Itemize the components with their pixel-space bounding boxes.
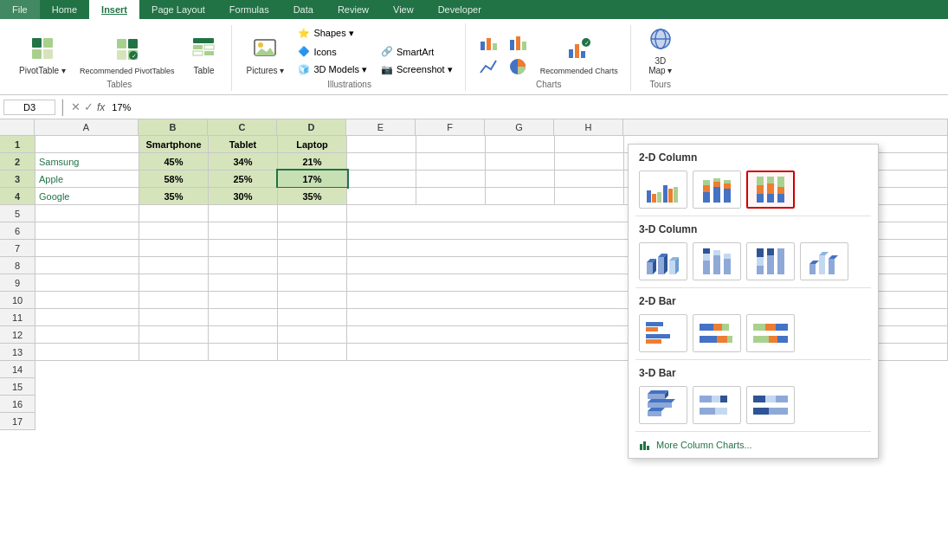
cell-h3[interactable] [555,171,624,187]
smartart-button[interactable]: 🔗 SmartArt [376,43,458,60]
cell-d2[interactable]: 21% [278,153,347,170]
icons-button[interactable]: 🔷 Icons [293,43,372,60]
cell-e4[interactable] [347,188,416,204]
row-num-13[interactable]: 13 [0,344,35,361]
3d-map-button[interactable]: 3DMap ▾ [640,24,681,78]
pivot-table-button[interactable]: PivotTable ▾ [14,34,71,78]
100-stacked-column-btn[interactable] [746,171,795,209]
col-header-i[interactable] [623,119,948,135]
3d-column-btn[interactable] [800,242,848,280]
col-header-g[interactable]: G [485,119,554,135]
3d-100-stacked-bar-btn[interactable] [746,386,795,424]
3d-stacked-bar-btn[interactable] [693,386,741,424]
cell-d5[interactable] [278,205,347,222]
cell-a5[interactable] [35,205,139,222]
tab-developer[interactable]: Developer [426,0,493,19]
col-header-c[interactable]: C [208,119,277,135]
formula-cancel-icon[interactable]: ✕ [71,100,81,113]
row-num-7[interactable]: 7 [0,240,35,257]
row-num-10[interactable]: 10 [0,292,35,309]
row-num-11[interactable]: 11 [0,309,35,326]
cell-c4[interactable]: 30% [209,188,278,204]
cell-d3[interactable]: 17% [278,171,347,187]
cell-e3[interactable] [347,171,416,187]
col-header-f[interactable]: F [416,119,485,135]
row-num-3[interactable]: 3 [0,171,35,188]
cell-b5[interactable] [139,205,209,222]
cell-f2[interactable] [416,153,486,170]
row-num-4[interactable]: 4 [0,188,35,205]
row-num-16[interactable]: 16 [0,396,35,413]
cell-g2[interactable] [486,153,555,170]
col-header-b[interactable]: B [139,119,208,135]
tab-insert[interactable]: Insert [89,0,139,19]
recommended-charts-button[interactable]: ✓ Recommended Charts [535,35,623,78]
line-chart-btn[interactable] [474,55,502,78]
tab-view[interactable]: View [381,0,426,19]
screenshot-button[interactable]: 📷 Screenshot ▾ [376,61,458,78]
100-stacked-bar-btn[interactable] [746,314,795,352]
cell-c5[interactable] [209,205,278,222]
row-num-6[interactable]: 6 [0,222,35,240]
more-column-charts-link[interactable]: More Column Charts... [629,432,878,458]
cell-h2[interactable] [555,153,624,170]
cell-g3[interactable] [486,171,555,187]
cell-e2[interactable] [347,153,416,170]
formula-input[interactable] [108,100,945,114]
clustered-bar-btn[interactable] [639,314,687,352]
cell-a1[interactable] [35,136,139,152]
col-header-a[interactable]: A [35,119,139,135]
clustered-column-btn[interactable] [639,171,687,209]
cell-b2[interactable]: 45% [139,153,209,170]
cell-h1[interactable] [555,136,624,152]
tab-file[interactable]: File [0,0,40,19]
3d-clustered-bar-btn[interactable] [639,386,687,424]
row-num-9[interactable]: 9 [0,274,35,292]
col-header-e[interactable]: E [346,119,416,135]
shapes-button[interactable]: ⭐ Shapes ▾ [293,25,372,42]
cell-reference-input[interactable] [3,100,55,115]
row-num-14[interactable]: 14 [0,361,35,378]
column-chart-btn2[interactable] [504,31,532,54]
cell-f1[interactable] [416,136,486,152]
row-num-12[interactable]: 12 [0,326,35,344]
cell-a2[interactable]: Samsung [35,153,139,170]
row-num-1[interactable]: 1 [0,136,35,153]
cell-a3[interactable]: Apple [35,171,139,187]
formula-confirm-icon[interactable]: ✓ [84,100,94,113]
row-num-8[interactable]: 8 [0,257,35,274]
stacked-column-btn[interactable] [693,171,741,209]
row-num-5[interactable]: 5 [0,205,35,222]
cell-c3[interactable]: 25% [209,171,278,187]
cell-e1[interactable] [347,136,416,152]
stacked-bar-btn[interactable] [693,314,741,352]
3d-stacked-column-btn[interactable] [693,242,741,280]
cell-g4[interactable] [486,188,555,204]
table-button[interactable]: Table [183,34,224,78]
tab-home[interactable]: Home [40,0,89,19]
cell-f4[interactable] [416,188,486,204]
cell-d1[interactable]: Laptop [278,136,347,152]
cell-b4[interactable]: 35% [139,188,209,204]
3d-100-stacked-column-btn[interactable] [746,242,795,280]
row-num-2[interactable]: 2 [0,153,35,171]
3d-models-button[interactable]: 🧊 3D Models ▾ [293,61,372,78]
cell-g1[interactable] [486,136,555,152]
recommended-pivot-button[interactable]: ✓ Recommended PivotTables [74,35,180,78]
pie-chart-btn[interactable] [504,55,532,78]
cell-b3[interactable]: 58% [139,171,209,187]
tab-formulas[interactable]: Formulas [217,0,281,19]
row-num-15[interactable]: 15 [0,378,35,396]
cell-f3[interactable] [416,171,486,187]
row-num-17[interactable]: 17 [0,413,35,430]
cell-h4[interactable] [555,188,624,204]
cell-d4[interactable]: 35% [278,188,347,204]
tab-data[interactable]: Data [281,0,326,19]
cell-a4[interactable]: Google [35,188,139,204]
cell-c2[interactable]: 34% [209,153,278,170]
pictures-button[interactable]: Pictures ▾ [241,34,289,78]
column-chart-btn[interactable] [474,31,502,54]
col-header-d[interactable]: D [277,119,346,135]
cell-c1[interactable]: Tablet [209,136,278,152]
cell-b1[interactable]: Smartphone [139,136,209,152]
